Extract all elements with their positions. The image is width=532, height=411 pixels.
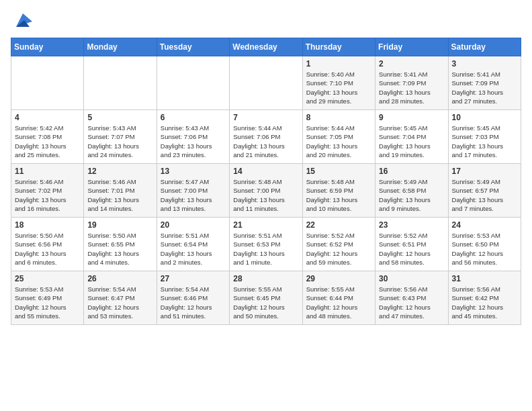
calendar-cell: 7Sunrise: 5:44 AM Sunset: 7:06 PM Daylig… — [230, 110, 302, 164]
day-info: Sunrise: 5:41 AM Sunset: 7:09 PM Dayligh… — [452, 70, 517, 105]
logo — [11, 11, 32, 30]
day-number: 21 — [233, 220, 298, 230]
day-number: 9 — [379, 113, 444, 122]
day-info: Sunrise: 5:46 AM Sunset: 7:02 PM Dayligh… — [15, 177, 80, 213]
day-info: Sunrise: 5:49 AM Sunset: 6:57 PM Dayligh… — [452, 177, 517, 213]
calendar-cell: 5Sunrise: 5:43 AM Sunset: 7:07 PM Daylig… — [84, 110, 157, 164]
day-info: Sunrise: 5:52 AM Sunset: 6:52 PM Dayligh… — [306, 231, 371, 267]
day-number: 30 — [379, 274, 444, 283]
day-number: 5 — [87, 113, 152, 122]
calendar-cell: 24Sunrise: 5:53 AM Sunset: 6:50 PM Dayli… — [448, 218, 521, 271]
day-number: 1 — [306, 59, 371, 68]
day-info: Sunrise: 5:44 AM Sunset: 7:06 PM Dayligh… — [233, 124, 298, 159]
calendar-cell: 9Sunrise: 5:45 AM Sunset: 7:04 PM Daylig… — [375, 110, 448, 164]
calendar-cell: 14Sunrise: 5:48 AM Sunset: 7:00 PM Dayli… — [230, 164, 302, 218]
day-number: 28 — [233, 274, 298, 283]
weekday-header: Monday — [84, 38, 157, 56]
calendar-cell: 8Sunrise: 5:44 AM Sunset: 7:05 PM Daylig… — [302, 110, 375, 164]
day-info: Sunrise: 5:40 AM Sunset: 7:10 PM Dayligh… — [306, 70, 371, 105]
day-info: Sunrise: 5:54 AM Sunset: 6:46 PM Dayligh… — [161, 285, 226, 320]
weekday-header: Thursday — [302, 38, 375, 56]
day-info: Sunrise: 5:54 AM Sunset: 6:47 PM Dayligh… — [87, 285, 152, 320]
day-info: Sunrise: 5:50 AM Sunset: 6:56 PM Dayligh… — [15, 231, 80, 267]
calendar-cell: 13Sunrise: 5:47 AM Sunset: 7:00 PM Dayli… — [157, 164, 229, 218]
calendar-cell: 11Sunrise: 5:46 AM Sunset: 7:02 PM Dayli… — [11, 164, 84, 218]
day-number: 19 — [87, 220, 152, 230]
day-info: Sunrise: 5:55 AM Sunset: 6:45 PM Dayligh… — [233, 285, 298, 320]
day-number: 6 — [161, 113, 226, 122]
weekday-header-row: SundayMondayTuesdayWednesdayThursdayFrid… — [11, 38, 521, 56]
weekday-header: Friday — [375, 38, 448, 56]
day-info: Sunrise: 5:53 AM Sunset: 6:49 PM Dayligh… — [15, 285, 80, 320]
day-info: Sunrise: 5:45 AM Sunset: 7:03 PM Dayligh… — [452, 124, 517, 159]
calendar-cell — [230, 56, 302, 110]
day-number: 31 — [452, 274, 517, 283]
day-info: Sunrise: 5:56 AM Sunset: 6:42 PM Dayligh… — [452, 285, 517, 320]
day-number: 17 — [452, 167, 517, 176]
calendar-cell: 20Sunrise: 5:51 AM Sunset: 6:54 PM Dayli… — [157, 218, 229, 271]
day-info: Sunrise: 5:43 AM Sunset: 7:07 PM Dayligh… — [87, 124, 152, 159]
calendar-cell: 12Sunrise: 5:46 AM Sunset: 7:01 PM Dayli… — [84, 164, 157, 218]
calendar-week-row: 11Sunrise: 5:46 AM Sunset: 7:02 PM Dayli… — [11, 164, 521, 218]
day-info: Sunrise: 5:48 AM Sunset: 6:59 PM Dayligh… — [306, 177, 371, 213]
day-number: 18 — [15, 220, 80, 230]
weekday-header: Saturday — [448, 38, 521, 56]
weekday-header: Wednesday — [230, 38, 302, 56]
day-info: Sunrise: 5:41 AM Sunset: 7:09 PM Dayligh… — [379, 70, 444, 105]
calendar-cell: 10Sunrise: 5:45 AM Sunset: 7:03 PM Dayli… — [448, 110, 521, 164]
day-number: 24 — [452, 220, 517, 230]
calendar-cell — [157, 56, 229, 110]
day-number: 16 — [379, 167, 444, 176]
day-info: Sunrise: 5:42 AM Sunset: 7:08 PM Dayligh… — [15, 124, 80, 159]
day-number: 2 — [379, 59, 444, 68]
day-number: 22 — [306, 220, 371, 230]
day-info: Sunrise: 5:48 AM Sunset: 7:00 PM Dayligh… — [233, 177, 298, 213]
calendar-cell — [11, 56, 84, 110]
day-info: Sunrise: 5:52 AM Sunset: 6:51 PM Dayligh… — [379, 231, 444, 267]
day-info: Sunrise: 5:46 AM Sunset: 7:01 PM Dayligh… — [87, 177, 152, 213]
weekday-header: Tuesday — [157, 38, 229, 56]
calendar-cell: 17Sunrise: 5:49 AM Sunset: 6:57 PM Dayli… — [448, 164, 521, 218]
calendar-cell: 21Sunrise: 5:51 AM Sunset: 6:53 PM Dayli… — [230, 218, 302, 271]
day-info: Sunrise: 5:51 AM Sunset: 6:54 PM Dayligh… — [161, 231, 226, 267]
calendar-week-row: 1Sunrise: 5:40 AM Sunset: 7:10 PM Daylig… — [11, 56, 521, 110]
calendar-cell: 6Sunrise: 5:43 AM Sunset: 7:06 PM Daylig… — [157, 110, 229, 164]
calendar-cell: 19Sunrise: 5:50 AM Sunset: 6:55 PM Dayli… — [84, 218, 157, 271]
calendar-cell: 4Sunrise: 5:42 AM Sunset: 7:08 PM Daylig… — [11, 110, 84, 164]
day-number: 3 — [452, 59, 517, 68]
day-info: Sunrise: 5:45 AM Sunset: 7:04 PM Dayligh… — [379, 124, 444, 159]
calendar-week-row: 4Sunrise: 5:42 AM Sunset: 7:08 PM Daylig… — [11, 110, 521, 164]
day-number: 27 — [161, 274, 226, 283]
calendar-cell: 2Sunrise: 5:41 AM Sunset: 7:09 PM Daylig… — [375, 56, 448, 110]
day-info: Sunrise: 5:47 AM Sunset: 7:00 PM Dayligh… — [161, 177, 226, 213]
calendar-week-row: 18Sunrise: 5:50 AM Sunset: 6:56 PM Dayli… — [11, 218, 521, 271]
day-number: 7 — [233, 113, 298, 122]
day-number: 25 — [15, 274, 80, 283]
calendar-cell: 1Sunrise: 5:40 AM Sunset: 7:10 PM Daylig… — [302, 56, 375, 110]
calendar-cell: 25Sunrise: 5:53 AM Sunset: 6:49 PM Dayli… — [11, 271, 84, 325]
calendar-cell: 16Sunrise: 5:49 AM Sunset: 6:58 PM Dayli… — [375, 164, 448, 218]
day-number: 29 — [306, 274, 371, 283]
logo-icon — [13, 11, 32, 30]
day-info: Sunrise: 5:44 AM Sunset: 7:05 PM Dayligh… — [306, 124, 371, 159]
day-number: 10 — [452, 113, 517, 122]
calendar-cell: 3Sunrise: 5:41 AM Sunset: 7:09 PM Daylig… — [448, 56, 521, 110]
day-number: 11 — [15, 167, 80, 176]
calendar-cell: 22Sunrise: 5:52 AM Sunset: 6:52 PM Dayli… — [302, 218, 375, 271]
calendar-cell: 30Sunrise: 5:56 AM Sunset: 6:43 PM Dayli… — [375, 271, 448, 325]
day-number: 14 — [233, 167, 298, 176]
day-number: 26 — [87, 274, 152, 283]
calendar-table: SundayMondayTuesdayWednesdayThursdayFrid… — [11, 38, 521, 325]
calendar-week-row: 25Sunrise: 5:53 AM Sunset: 6:49 PM Dayli… — [11, 271, 521, 325]
calendar-cell: 23Sunrise: 5:52 AM Sunset: 6:51 PM Dayli… — [375, 218, 448, 271]
day-number: 12 — [87, 167, 152, 176]
calendar-cell — [84, 56, 157, 110]
day-info: Sunrise: 5:56 AM Sunset: 6:43 PM Dayligh… — [379, 285, 444, 320]
calendar-cell: 26Sunrise: 5:54 AM Sunset: 6:47 PM Dayli… — [84, 271, 157, 325]
day-info: Sunrise: 5:50 AM Sunset: 6:55 PM Dayligh… — [87, 231, 152, 267]
day-number: 4 — [15, 113, 80, 122]
day-number: 23 — [379, 220, 444, 230]
page-header — [11, 11, 521, 30]
day-number: 13 — [161, 167, 226, 176]
day-info: Sunrise: 5:43 AM Sunset: 7:06 PM Dayligh… — [161, 124, 226, 159]
